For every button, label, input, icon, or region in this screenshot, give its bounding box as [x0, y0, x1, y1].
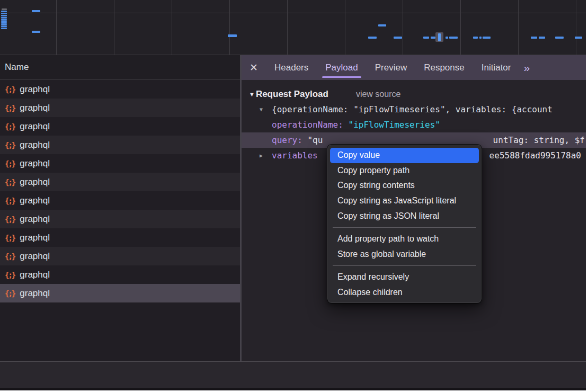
waterfall-bar[interactable]	[446, 37, 448, 39]
waterfall-bar[interactable]	[483, 37, 491, 39]
timeline-gridline	[403, 0, 403, 55]
waterfall-bar[interactable]	[449, 37, 458, 39]
hovered-request-marker[interactable]	[435, 32, 443, 42]
more-tabs-icon[interactable]: »	[523, 61, 529, 74]
request-payload-section[interactable]: ▼ Request Payload view source	[242, 87, 586, 102]
network-request-row[interactable]: {;}graphql	[0, 154, 240, 173]
waterfall-bar[interactable]	[531, 37, 537, 39]
property-value: "ipFlowTimeseries"	[349, 120, 440, 130]
menu-item-add-property-path-to-watch[interactable]: Add property path to watch	[330, 231, 479, 247]
network-overview-timeline[interactable]	[0, 0, 586, 55]
view-source-link[interactable]: view source	[356, 90, 400, 99]
waterfall-bar[interactable]	[32, 31, 40, 33]
network-request-row[interactable]: {;}graphql	[0, 228, 240, 247]
waterfall-bar[interactable]	[394, 37, 402, 39]
waterfall-bar[interactable]	[1, 21, 7, 23]
menu-item-copy-string-as-json-literal[interactable]: Copy string as JSON literal	[330, 208, 479, 224]
request-name-label: graphql	[20, 288, 50, 299]
network-request-row[interactable]: {;}graphql	[0, 80, 240, 99]
waterfall-bar[interactable]	[1, 23, 7, 25]
waterfall-bar[interactable]	[1, 28, 7, 29]
expand-triangle-icon[interactable]: ▶	[260, 148, 263, 163]
tab-headers[interactable]: Headers	[266, 55, 317, 80]
waterfall-bar[interactable]	[378, 24, 386, 26]
tab-preview[interactable]: Preview	[367, 55, 415, 80]
network-request-row[interactable]: {;}graphql	[0, 173, 240, 191]
property-key: query:	[272, 135, 307, 145]
timeline-gridline	[345, 0, 345, 55]
tab-label: Response	[424, 63, 465, 73]
object-preview-text: {operationName: "ipFlowTimeseries", vari…	[272, 102, 553, 117]
devtools-network-panel: Name {;}graphql{;}graphql{;}graphql{;}gr…	[0, 0, 586, 390]
tabs: HeadersPayloadPreviewResponseInitiator	[266, 55, 519, 80]
property-key: operationName:	[272, 120, 349, 130]
close-icon[interactable]: ✕	[242, 61, 266, 74]
waterfall-bar[interactable]	[539, 37, 545, 39]
property-key: variables	[272, 148, 318, 163]
payload-root-row[interactable]: ▼ {operationName: "ipFlowTimeseries", va…	[242, 102, 586, 117]
menu-item-expand-recursively[interactable]: Expand recursively	[330, 270, 479, 285]
timeline-gridline	[0, 13, 586, 13]
request-name-label: graphql	[20, 233, 50, 243]
status-bar	[0, 361, 586, 388]
waterfall-bar[interactable]	[473, 37, 478, 39]
waterfall-bar[interactable]	[2, 8, 7, 10]
context-menu: Copy valueCopy property pathCopy string …	[327, 144, 482, 304]
waterfall-bar[interactable]	[32, 10, 40, 12]
json-request-icon: {;}	[5, 289, 15, 298]
menu-item-copy-value[interactable]: Copy value	[330, 148, 479, 163]
menu-separator	[333, 227, 476, 228]
menu-item-store-as-global-variable[interactable]: Store as global variable	[330, 247, 479, 262]
json-request-icon: {;}	[5, 159, 15, 168]
request-name-label: graphql	[20, 121, 50, 132]
network-request-row[interactable]: {;}graphql	[0, 136, 240, 154]
menu-separator	[333, 265, 476, 266]
property-value-end: ee5588fdad995178a0	[489, 148, 581, 163]
waterfall-bar[interactable]	[1, 17, 7, 19]
collapse-triangle-icon[interactable]: ▼	[249, 91, 255, 97]
menu-item-collapse-children[interactable]: Collapse children	[330, 285, 479, 300]
property-value-start: "qu	[307, 135, 323, 145]
network-request-row[interactable]: {;}graphql	[0, 210, 240, 228]
menu-item-copy-string-contents[interactable]: Copy string contents	[330, 178, 479, 193]
menu-item-copy-property-path[interactable]: Copy property path	[330, 163, 479, 179]
request-name-label: graphql	[20, 195, 50, 206]
timeline-gridline	[172, 0, 172, 55]
waterfall-bar[interactable]	[423, 37, 429, 39]
name-column-header[interactable]: Name	[0, 55, 240, 80]
request-list-panel: Name {;}graphql{;}graphql{;}graphql{;}gr…	[0, 55, 240, 361]
network-request-row[interactable]: {;}graphql	[0, 191, 240, 210]
tab-label: Payload	[325, 63, 358, 73]
waterfall-bar[interactable]	[368, 37, 377, 39]
property-value-end: untTag: string, $f	[493, 132, 585, 148]
timeline-gridline	[576, 0, 576, 55]
waterfall-bar[interactable]	[1, 15, 7, 16]
waterfall-bar[interactable]	[479, 37, 482, 39]
network-request-row[interactable]: {;}graphql	[0, 99, 240, 117]
network-request-row[interactable]: {;}graphql	[0, 117, 240, 136]
waterfall-bar[interactable]	[431, 37, 435, 39]
request-rows: {;}graphql{;}graphql{;}graphql{;}graphql…	[0, 80, 240, 302]
network-request-row[interactable]: {;}graphql	[0, 265, 240, 284]
waterfall-bar[interactable]	[1, 13, 7, 14]
waterfall-bar[interactable]	[1, 25, 7, 27]
request-name-label: graphql	[20, 84, 50, 95]
tab-payload[interactable]: Payload	[317, 55, 366, 80]
network-request-row[interactable]: {;}graphql	[0, 247, 240, 265]
tab-initiator[interactable]: Initiator	[473, 55, 520, 80]
waterfall-bar[interactable]	[1, 11, 7, 12]
hovered-request-bar	[438, 33, 441, 41]
waterfall-bar[interactable]	[228, 34, 237, 37]
json-request-icon: {;}	[5, 141, 15, 149]
waterfall-bar[interactable]	[555, 37, 564, 39]
network-request-row[interactable]: {;}graphql	[0, 284, 240, 302]
json-request-icon: {;}	[5, 197, 15, 205]
timeline-gridline	[518, 0, 519, 55]
tab-response[interactable]: Response	[415, 55, 473, 80]
waterfall-bar[interactable]	[1, 19, 7, 21]
json-request-icon: {;}	[5, 85, 15, 94]
menu-item-copy-string-as-javascript-literal[interactable]: Copy string as JavaScript literal	[330, 193, 479, 209]
waterfall-bar[interactable]	[575, 37, 582, 39]
operation-name-row[interactable]: operationName: "ipFlowTimeseries"	[242, 117, 586, 132]
expand-triangle-icon[interactable]: ▼	[260, 102, 263, 117]
